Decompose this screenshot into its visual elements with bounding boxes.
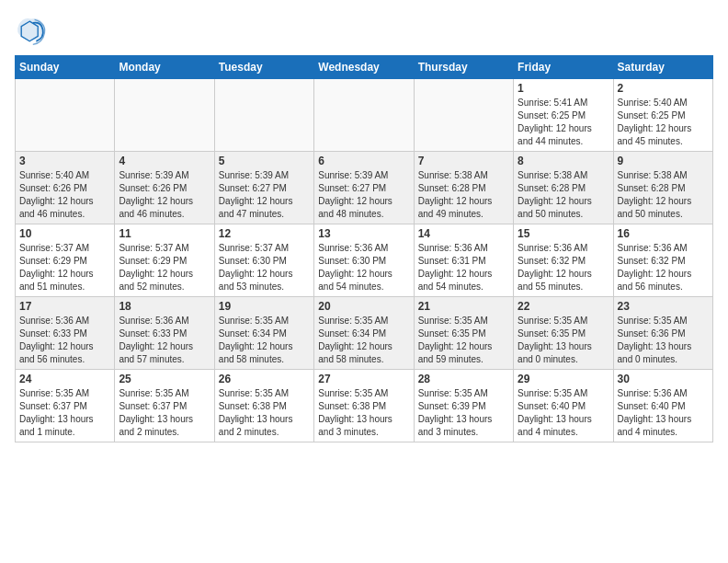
day-info: Sunrise: 5:35 AM Sunset: 6:34 PM Dayligh…	[318, 315, 409, 366]
calendar-cell: 20Sunrise: 5:35 AM Sunset: 6:34 PM Dayli…	[314, 297, 414, 370]
day-info: Sunrise: 5:38 AM Sunset: 6:28 PM Dayligh…	[518, 169, 609, 221]
day-info: Sunrise: 5:39 AM Sunset: 6:26 PM Dayligh…	[119, 169, 210, 221]
day-info: Sunrise: 5:37 AM Sunset: 6:30 PM Dayligh…	[219, 242, 310, 293]
day-number: 27	[318, 373, 409, 385]
weekday-header-thursday: Thursday	[414, 56, 513, 79]
calendar-cell: 11Sunrise: 5:37 AM Sunset: 6:29 PM Dayli…	[115, 224, 214, 297]
calendar-cell: 27Sunrise: 5:35 AM Sunset: 6:38 PM Dayli…	[314, 370, 414, 442]
calendar-cell	[414, 79, 513, 152]
calendar-cell: 3Sunrise: 5:40 AM Sunset: 6:26 PM Daylig…	[16, 152, 115, 224]
day-info: Sunrise: 5:35 AM Sunset: 6:40 PM Dayligh…	[518, 387, 609, 439]
calendar-cell: 26Sunrise: 5:35 AM Sunset: 6:38 PM Dayli…	[214, 370, 313, 442]
day-number: 6	[318, 155, 409, 167]
day-number: 18	[119, 300, 210, 313]
calendar-cell: 13Sunrise: 5:36 AM Sunset: 6:30 PM Dayli…	[314, 224, 414, 297]
logo	[15, 15, 51, 48]
day-number: 21	[418, 300, 509, 313]
day-info: Sunrise: 5:40 AM Sunset: 6:26 PM Dayligh…	[19, 169, 110, 221]
calendar-cell: 2Sunrise: 5:40 AM Sunset: 6:25 PM Daylig…	[613, 79, 712, 152]
week-row-3: 10Sunrise: 5:37 AM Sunset: 6:29 PM Dayli…	[16, 224, 713, 297]
calendar-cell	[16, 79, 115, 152]
calendar-cell: 23Sunrise: 5:35 AM Sunset: 6:36 PM Dayli…	[613, 297, 712, 370]
day-number: 29	[518, 373, 609, 385]
day-info: Sunrise: 5:36 AM Sunset: 6:33 PM Dayligh…	[119, 315, 210, 366]
calendar-cell: 22Sunrise: 5:35 AM Sunset: 6:35 PM Dayli…	[514, 297, 613, 370]
calendar-cell: 8Sunrise: 5:38 AM Sunset: 6:28 PM Daylig…	[514, 152, 613, 224]
day-number: 9	[618, 155, 709, 167]
calendar-cell: 4Sunrise: 5:39 AM Sunset: 6:26 PM Daylig…	[115, 152, 214, 224]
day-info: Sunrise: 5:36 AM Sunset: 6:32 PM Dayligh…	[518, 242, 609, 293]
calendar-cell	[314, 79, 414, 152]
calendar-cell: 15Sunrise: 5:36 AM Sunset: 6:32 PM Dayli…	[514, 224, 613, 297]
weekday-header-saturday: Saturday	[613, 56, 712, 79]
day-number: 2	[618, 82, 709, 95]
calendar-cell: 30Sunrise: 5:36 AM Sunset: 6:40 PM Dayli…	[613, 370, 712, 442]
day-info: Sunrise: 5:35 AM Sunset: 6:38 PM Dayligh…	[219, 387, 310, 439]
day-info: Sunrise: 5:38 AM Sunset: 6:28 PM Dayligh…	[618, 169, 709, 221]
week-row-2: 3Sunrise: 5:40 AM Sunset: 6:26 PM Daylig…	[16, 152, 713, 224]
day-number: 16	[618, 227, 709, 240]
day-number: 11	[119, 227, 210, 240]
calendar-cell: 7Sunrise: 5:38 AM Sunset: 6:28 PM Daylig…	[414, 152, 513, 224]
day-number: 10	[19, 227, 110, 240]
calendar-cell: 14Sunrise: 5:36 AM Sunset: 6:31 PM Dayli…	[414, 224, 513, 297]
day-info: Sunrise: 5:39 AM Sunset: 6:27 PM Dayligh…	[219, 169, 310, 221]
day-info: Sunrise: 5:36 AM Sunset: 6:31 PM Dayligh…	[418, 242, 509, 293]
week-row-1: 1Sunrise: 5:41 AM Sunset: 6:25 PM Daylig…	[16, 79, 713, 152]
calendar-cell: 1Sunrise: 5:41 AM Sunset: 6:25 PM Daylig…	[514, 79, 613, 152]
day-number: 22	[518, 300, 609, 313]
calendar-cell: 18Sunrise: 5:36 AM Sunset: 6:33 PM Dayli…	[115, 297, 214, 370]
calendar-cell: 17Sunrise: 5:36 AM Sunset: 6:33 PM Dayli…	[16, 297, 115, 370]
day-info: Sunrise: 5:37 AM Sunset: 6:29 PM Dayligh…	[19, 242, 110, 293]
day-info: Sunrise: 5:38 AM Sunset: 6:28 PM Dayligh…	[418, 169, 509, 221]
week-row-4: 17Sunrise: 5:36 AM Sunset: 6:33 PM Dayli…	[16, 297, 713, 370]
weekday-header-monday: Monday	[115, 56, 214, 79]
calendar-cell: 5Sunrise: 5:39 AM Sunset: 6:27 PM Daylig…	[214, 152, 313, 224]
calendar-cell	[115, 79, 214, 152]
day-info: Sunrise: 5:37 AM Sunset: 6:29 PM Dayligh…	[119, 242, 210, 293]
calendar-cell: 19Sunrise: 5:35 AM Sunset: 6:34 PM Dayli…	[214, 297, 313, 370]
calendar-cell: 21Sunrise: 5:35 AM Sunset: 6:35 PM Dayli…	[414, 297, 513, 370]
weekday-header-tuesday: Tuesday	[214, 56, 313, 79]
day-number: 14	[418, 227, 509, 240]
day-number: 13	[318, 227, 409, 240]
day-info: Sunrise: 5:35 AM Sunset: 6:35 PM Dayligh…	[518, 315, 609, 366]
day-info: Sunrise: 5:35 AM Sunset: 6:34 PM Dayligh…	[219, 315, 310, 366]
day-info: Sunrise: 5:36 AM Sunset: 6:33 PM Dayligh…	[19, 315, 110, 366]
calendar-table: SundayMondayTuesdayWednesdayThursdayFrid…	[15, 55, 713, 442]
calendar-cell	[214, 79, 313, 152]
day-number: 25	[119, 373, 210, 385]
calendar-cell: 9Sunrise: 5:38 AM Sunset: 6:28 PM Daylig…	[613, 152, 712, 224]
day-number: 24	[19, 373, 110, 385]
calendar-cell: 6Sunrise: 5:39 AM Sunset: 6:27 PM Daylig…	[314, 152, 414, 224]
day-number: 19	[219, 300, 310, 313]
calendar-cell: 16Sunrise: 5:36 AM Sunset: 6:32 PM Dayli…	[613, 224, 712, 297]
day-number: 3	[19, 155, 110, 167]
day-number: 23	[618, 300, 709, 313]
calendar-cell: 28Sunrise: 5:35 AM Sunset: 6:39 PM Dayli…	[414, 370, 513, 442]
calendar-cell: 24Sunrise: 5:35 AM Sunset: 6:37 PM Dayli…	[16, 370, 115, 442]
calendar-cell: 10Sunrise: 5:37 AM Sunset: 6:29 PM Dayli…	[16, 224, 115, 297]
day-number: 4	[119, 155, 210, 167]
day-info: Sunrise: 5:35 AM Sunset: 6:37 PM Dayligh…	[119, 387, 210, 439]
weekday-header-wednesday: Wednesday	[314, 56, 414, 79]
day-info: Sunrise: 5:36 AM Sunset: 6:30 PM Dayligh…	[318, 242, 409, 293]
day-info: Sunrise: 5:35 AM Sunset: 6:36 PM Dayligh…	[618, 315, 709, 366]
day-info: Sunrise: 5:39 AM Sunset: 6:27 PM Dayligh…	[318, 169, 409, 221]
day-info: Sunrise: 5:36 AM Sunset: 6:32 PM Dayligh…	[618, 242, 709, 293]
page-header	[15, 15, 713, 48]
day-info: Sunrise: 5:36 AM Sunset: 6:40 PM Dayligh…	[618, 387, 709, 439]
day-number: 20	[318, 300, 409, 313]
week-row-5: 24Sunrise: 5:35 AM Sunset: 6:37 PM Dayli…	[16, 370, 713, 442]
day-number: 28	[418, 373, 509, 385]
calendar-cell: 25Sunrise: 5:35 AM Sunset: 6:37 PM Dayli…	[115, 370, 214, 442]
calendar-cell: 29Sunrise: 5:35 AM Sunset: 6:40 PM Dayli…	[514, 370, 613, 442]
weekday-header-friday: Friday	[514, 56, 613, 79]
day-number: 26	[219, 373, 310, 385]
day-number: 1	[518, 82, 609, 95]
day-number: 5	[219, 155, 310, 167]
day-number: 12	[219, 227, 310, 240]
day-info: Sunrise: 5:35 AM Sunset: 6:38 PM Dayligh…	[318, 387, 409, 439]
day-number: 17	[19, 300, 110, 313]
weekday-header-sunday: Sunday	[16, 56, 115, 79]
